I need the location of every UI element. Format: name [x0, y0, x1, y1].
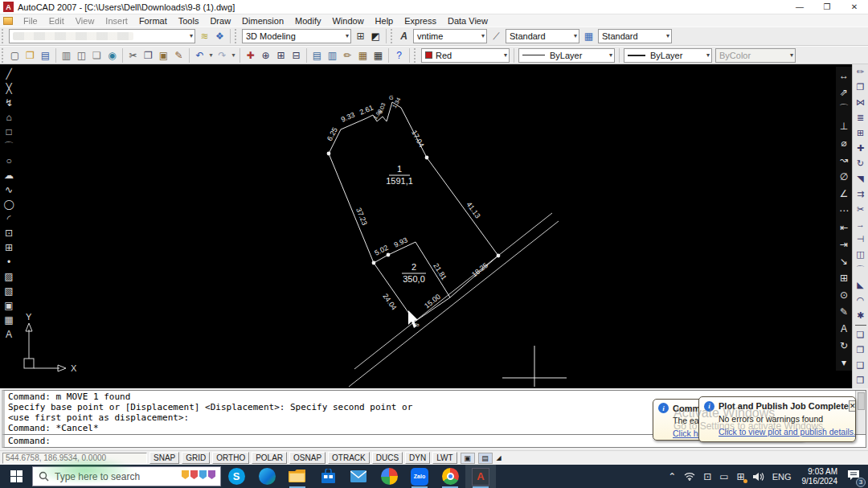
dimension-update-icon[interactable]: ↻: [837, 337, 851, 354]
tray-chevron-up-icon[interactable]: ⌃: [668, 471, 676, 482]
taskbar-edge-icon[interactable]: [252, 465, 282, 488]
break-icon[interactable]: ◫: [854, 247, 868, 262]
taskbar-store-icon[interactable]: [313, 465, 343, 488]
menu-file[interactable]: File: [18, 16, 43, 26]
bring-to-front-icon[interactable]: ❏: [854, 327, 868, 342]
explode-icon[interactable]: ✱: [854, 308, 868, 323]
menu-format[interactable]: Format: [133, 16, 173, 26]
bring-above-icon[interactable]: ❑: [854, 358, 868, 373]
chamfer-icon[interactable]: ◣: [854, 277, 868, 293]
status-toggle-grid[interactable]: GRID: [182, 452, 210, 464]
taskbar-skype-icon[interactable]: S: [221, 465, 252, 488]
taskbar-zalo-icon[interactable]: Zalo: [404, 465, 435, 488]
region-icon[interactable]: ▣: [2, 298, 16, 313]
layer-previous-icon[interactable]: ❖: [212, 29, 227, 44]
ellipse-icon[interactable]: ◯: [2, 197, 16, 211]
command-scrollbar[interactable]: [855, 391, 866, 434]
help-icon[interactable]: ?: [391, 47, 407, 63]
jogged-dimension-icon[interactable]: ↝: [837, 151, 851, 168]
workspace-combo[interactable]: 3D Modeling ▾: [242, 29, 351, 43]
text-style-icon[interactable]: A: [396, 29, 411, 44]
status-toggle-osnap[interactable]: OSNAP: [289, 452, 326, 464]
quick-dimension-icon[interactable]: ⋯: [837, 202, 851, 219]
zoom-window-icon[interactable]: ⊞: [273, 47, 289, 63]
drawing-canvas-area[interactable]: ╱╳↯⌂□⌒○☁∿◯◜⊡⊞•▨▧▣▦A ✏❐⋈≣⊞✚↻◥⇉✂→⊣◫⌒◣◠✱❏❐❑…: [0, 64, 868, 388]
gradient-icon[interactable]: ▧: [2, 284, 16, 298]
menu-data-view[interactable]: Data View: [442, 16, 493, 26]
diameter-dimension-icon[interactable]: ∅: [837, 168, 851, 185]
menu-edit[interactable]: Edit: [43, 16, 70, 26]
color-combo[interactable]: Red ▾: [421, 48, 510, 63]
dimension-edit-icon[interactable]: ✎: [837, 303, 851, 320]
offset-icon[interactable]: ≣: [854, 110, 868, 125]
linear-dimension-icon[interactable]: ↔: [837, 67, 851, 84]
status-toggle-polar[interactable]: POLAR: [252, 452, 287, 464]
redo-dropdown-icon[interactable]: ▾: [230, 47, 237, 63]
continue-dimension-icon[interactable]: ⇥: [837, 236, 851, 252]
join-icon[interactable]: ⌒: [854, 262, 868, 277]
baseline-dimension-icon[interactable]: ⇤: [837, 219, 851, 236]
status-toggle-dyn[interactable]: DYN: [405, 452, 430, 464]
status-toggle-ducs[interactable]: DUCS: [372, 452, 403, 464]
annotation-scale-icon[interactable]: ▤: [478, 453, 493, 464]
make-block-icon[interactable]: ⊞: [2, 240, 16, 255]
arc-icon[interactable]: ⌒: [2, 139, 16, 154]
maximize-button[interactable]: ❐: [813, 0, 841, 14]
volume-icon[interactable]: [753, 472, 764, 482]
quick-leader-icon[interactable]: ↘: [837, 252, 851, 269]
break-at-point-icon[interactable]: ⊣: [854, 232, 868, 247]
markup-set-manager-icon[interactable]: ✏: [340, 47, 355, 63]
insert-block-icon[interactable]: ⊡: [2, 226, 16, 240]
dim-style-icon[interactable]: ⟋: [489, 29, 504, 44]
lineweight-combo[interactable]: ByLayer ▾: [624, 48, 712, 63]
cut-icon[interactable]: ✂: [125, 47, 141, 63]
send-to-back-icon[interactable]: ❐: [854, 342, 868, 358]
dim-style-combo[interactable]: Standard ▾: [506, 29, 579, 43]
aligned-dimension-icon[interactable]: ⇗: [837, 84, 851, 100]
menu-tools[interactable]: Tools: [173, 16, 205, 26]
status-toggle-snap[interactable]: SNAP: [149, 452, 179, 464]
stretch-icon[interactable]: ⇉: [854, 187, 868, 202]
taskbar-autocad-icon[interactable]: A: [465, 465, 496, 488]
arc-length-icon[interactable]: ⌒: [837, 100, 851, 117]
copy-object-icon[interactable]: ❐: [854, 80, 868, 95]
sheet-set-manager-icon[interactable]: ▥: [325, 47, 340, 63]
save-icon[interactable]: ▤: [38, 47, 53, 63]
copy-icon[interactable]: ❐: [141, 47, 156, 63]
spline-icon[interactable]: ∿: [2, 182, 16, 197]
publish-icon[interactable]: ❏: [89, 47, 104, 63]
revision-cloud-icon[interactable]: ☁: [2, 168, 16, 182]
angular-dimension-icon[interactable]: ∠: [837, 185, 851, 202]
paste-icon[interactable]: ▣: [156, 47, 171, 63]
table-style-combo[interactable]: Standard ▾: [598, 29, 672, 43]
scale-icon[interactable]: ◥: [854, 171, 868, 187]
menu-modify[interactable]: Modify: [289, 16, 326, 26]
construction-line-icon[interactable]: ╳: [2, 81, 16, 96]
linetype-combo[interactable]: ByLayer ▾: [518, 48, 615, 63]
send-under-icon[interactable]: ❒: [854, 373, 868, 388]
match-properties-icon[interactable]: ✎: [171, 47, 186, 63]
onedrive-icon[interactable]: ⊡: [703, 471, 711, 482]
balloon-link[interactable]: Click to view plot and publish details..…: [699, 424, 855, 437]
toolbar-grip[interactable]: [391, 29, 395, 43]
zoom-previous-icon[interactable]: ⊟: [289, 47, 304, 63]
taskbar-chrome-icon[interactable]: [435, 465, 465, 488]
close-icon[interactable]: ✕: [849, 400, 856, 412]
battery-icon[interactable]: ▭: [719, 471, 728, 482]
array-icon[interactable]: ⊞: [854, 125, 868, 141]
dimension-style-icon[interactable]: ▾: [837, 354, 851, 371]
taskbar-photos-icon[interactable]: [374, 465, 404, 488]
status-toggle-ortho[interactable]: ORTHO: [212, 452, 249, 464]
text-style-combo[interactable]: vntime ▾: [413, 29, 487, 43]
layer-combo[interactable]: ▾: [9, 29, 195, 43]
rotate-icon[interactable]: ↻: [854, 156, 868, 171]
dimension-text-edit-icon[interactable]: A: [837, 320, 851, 337]
wifi-icon[interactable]: [684, 472, 695, 481]
plot-preview-icon[interactable]: ◫: [74, 47, 89, 63]
model-space-icon[interactable]: ▣: [461, 453, 475, 464]
start-button[interactable]: [0, 465, 32, 488]
polyline-icon[interactable]: ↯: [2, 96, 16, 110]
menu-express[interactable]: Express: [399, 16, 442, 26]
status-toggle-lwt[interactable]: LWT: [432, 452, 457, 464]
etransmit-icon[interactable]: ◉: [104, 47, 120, 63]
